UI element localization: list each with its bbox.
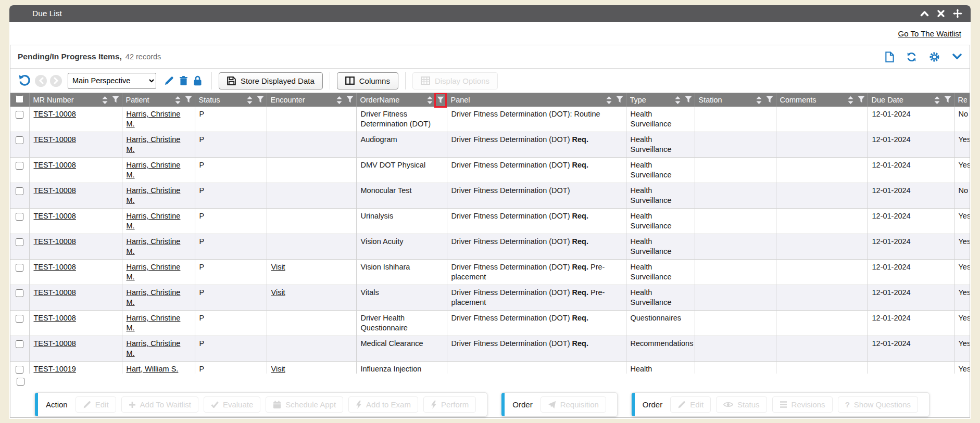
row-checkbox[interactable]: [16, 238, 23, 246]
column-header-mr-number[interactable]: MR Number: [29, 93, 122, 107]
revisions-button[interactable]: Revisions: [772, 396, 833, 413]
patient-link[interactable]: Harris, Christine M.: [127, 212, 181, 230]
reset-icon[interactable]: [18, 74, 31, 87]
sort-icon[interactable]: [175, 96, 181, 104]
column-header-panel[interactable]: Panel: [447, 93, 626, 107]
sort-icon[interactable]: [756, 96, 762, 104]
filter-icon[interactable]: [616, 96, 623, 103]
sort-icon[interactable]: [427, 96, 433, 104]
patient-link[interactable]: Harris, Christine M.: [127, 263, 181, 281]
mr-number-link[interactable]: TEST-10008: [34, 237, 76, 246]
window-titlebar[interactable]: Due List: [9, 5, 971, 22]
add-to-exam-button[interactable]: Add to Exam: [348, 396, 418, 413]
row-checkbox[interactable]: [16, 162, 23, 170]
perform-button[interactable]: Perform: [423, 396, 476, 413]
row-checkbox[interactable]: [16, 366, 23, 374]
patient-link[interactable]: Harris, Christine M.: [127, 135, 181, 153]
schedule-appt-button[interactable]: Schedule Appt: [266, 396, 343, 413]
encounter-link[interactable]: Visit: [271, 263, 285, 271]
row-checkbox[interactable]: [16, 340, 23, 348]
trash-icon[interactable]: [179, 75, 188, 86]
column-header-encounter[interactable]: Encounter: [267, 93, 356, 107]
filter-icon[interactable]: [858, 96, 865, 103]
filter-icon[interactable]: [685, 96, 692, 103]
column-header-req[interactable]: Req: [954, 93, 970, 107]
chevron-down-icon[interactable]: [952, 53, 962, 60]
patient-link[interactable]: Harris, Christine M.: [127, 288, 181, 306]
patient-link[interactable]: Harris, Christine M.: [127, 110, 181, 128]
patient-link[interactable]: Hart, William S.: [127, 365, 179, 373]
filter-icon[interactable]: [437, 96, 444, 104]
mr-number-link[interactable]: TEST-10019: [34, 365, 76, 373]
new-file-icon[interactable]: [885, 52, 894, 62]
mr-number-link[interactable]: TEST-10008: [34, 263, 76, 271]
filter-icon[interactable]: [257, 96, 264, 103]
patient-link[interactable]: Harris, Christine M.: [127, 161, 181, 179]
mr-number-link[interactable]: TEST-10008: [34, 339, 76, 348]
go-to-waitlist-link[interactable]: Go To The Waitlist: [898, 29, 961, 38]
display-options-button[interactable]: Display Options: [412, 72, 498, 89]
row-checkbox[interactable]: [16, 111, 23, 119]
pencil-icon[interactable]: [164, 76, 174, 86]
column-header-type[interactable]: Type: [626, 93, 695, 107]
mr-number-link[interactable]: TEST-10008: [34, 288, 76, 297]
mr-number-link[interactable]: TEST-10008: [34, 161, 76, 169]
filter-icon[interactable]: [346, 96, 354, 103]
next-icon[interactable]: [50, 75, 62, 87]
mr-number-link[interactable]: TEST-10008: [34, 212, 76, 220]
status-button[interactable]: Status: [716, 396, 767, 413]
sort-icon[interactable]: [102, 96, 108, 104]
edit-button[interactable]: Edit: [76, 396, 116, 413]
move-icon[interactable]: [953, 9, 962, 18]
row-checkbox[interactable]: [16, 187, 23, 195]
mr-number-link[interactable]: TEST-10008: [34, 110, 76, 118]
sort-icon[interactable]: [675, 96, 681, 104]
filter-icon[interactable]: [766, 96, 773, 103]
column-header-ordername[interactable]: OrderName: [356, 93, 447, 107]
add-to-waitlist-button[interactable]: Add To Waitlist: [121, 396, 198, 413]
patient-link[interactable]: Harris, Christine M.: [127, 186, 181, 204]
row-checkbox[interactable]: [16, 264, 23, 272]
row-checkbox[interactable]: [16, 289, 23, 297]
requisition-button[interactable]: Requisition: [541, 396, 606, 413]
column-header-patient[interactable]: Patient: [122, 93, 195, 107]
mr-number-link[interactable]: TEST-10008: [34, 314, 76, 322]
close-icon[interactable]: [937, 10, 945, 17]
perspective-select[interactable]: Main Perspective: [68, 73, 156, 89]
patient-link[interactable]: Harris, Christine M.: [127, 339, 181, 357]
column-header-comments[interactable]: Comments: [776, 93, 868, 107]
sort-icon[interactable]: [247, 96, 253, 104]
collapse-icon[interactable]: [920, 10, 929, 17]
refresh-icon[interactable]: [906, 52, 917, 62]
row-checkbox[interactable]: [16, 315, 23, 323]
filter-icon[interactable]: [112, 96, 119, 103]
filter-icon[interactable]: [185, 96, 192, 103]
filter-icon[interactable]: [944, 96, 951, 103]
column-header-status[interactable]: Status: [195, 93, 267, 107]
encounter-link[interactable]: Visit: [271, 365, 285, 373]
store-displayed-data-button[interactable]: Store Displayed Data: [219, 72, 323, 89]
mr-number-link[interactable]: TEST-10008: [34, 135, 76, 144]
settings-gear-icon[interactable]: [929, 52, 940, 62]
column-header-station[interactable]: Station: [695, 93, 776, 107]
select-all-checkbox[interactable]: [16, 95, 23, 103]
encounter-link[interactable]: Visit: [271, 288, 285, 297]
sort-icon[interactable]: [336, 96, 342, 104]
patient-link[interactable]: Harris, Christine M.: [127, 237, 181, 255]
sort-icon[interactable]: [848, 96, 853, 104]
row-checkbox[interactable]: [16, 136, 23, 144]
columns-button[interactable]: Columns: [337, 72, 398, 89]
row-checkbox[interactable]: [17, 378, 24, 386]
sort-icon[interactable]: [606, 96, 612, 104]
due-date-cell: 12-01-2024: [868, 260, 954, 285]
edit-button[interactable]: Edit: [670, 396, 711, 413]
patient-link[interactable]: Harris, Christine M.: [127, 314, 181, 332]
lock-icon[interactable]: [193, 75, 202, 86]
previous-icon[interactable]: [35, 75, 47, 87]
show-questions-button[interactable]: ?Show Questions: [838, 396, 918, 413]
evaluate-button[interactable]: Evaluate: [204, 396, 260, 413]
mr-number-link[interactable]: TEST-10008: [34, 186, 76, 195]
sort-icon[interactable]: [934, 96, 940, 104]
column-header-due-date[interactable]: Due Date: [868, 93, 954, 107]
row-checkbox[interactable]: [16, 213, 23, 221]
